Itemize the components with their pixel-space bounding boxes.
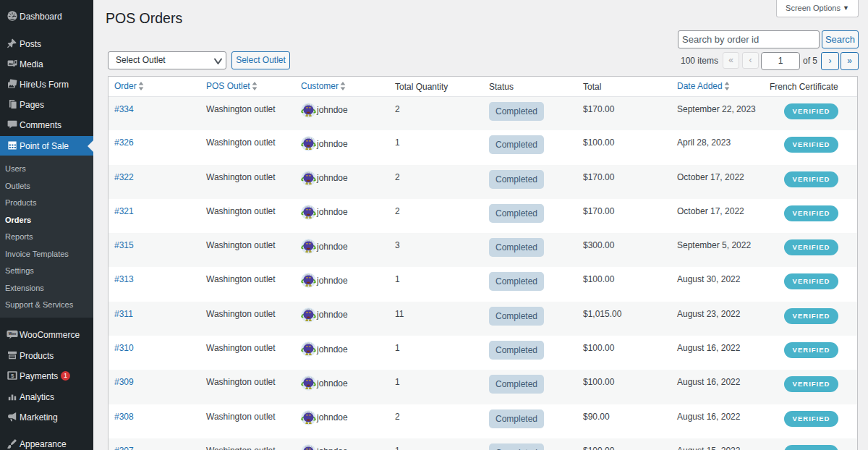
svg-text:Woo: Woo	[9, 332, 17, 336]
svg-text:$: $	[11, 373, 14, 379]
